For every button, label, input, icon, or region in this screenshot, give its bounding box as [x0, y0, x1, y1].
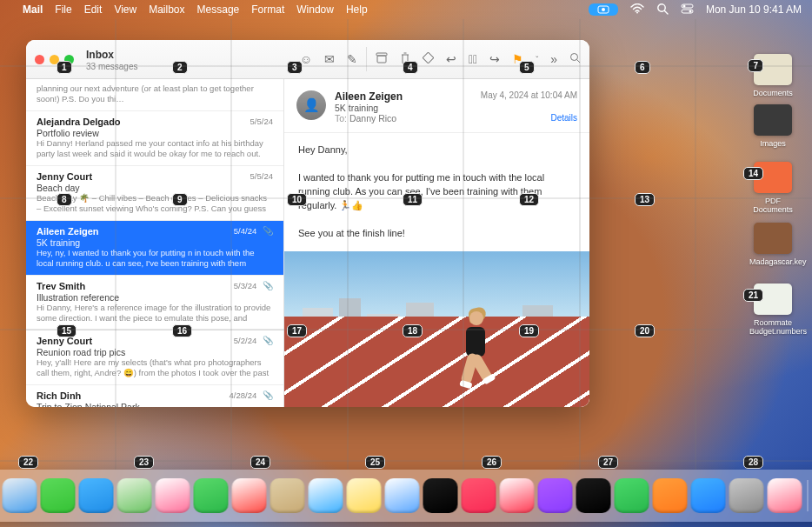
menu-file[interactable]: File [55, 3, 71, 16]
message-viewer: 👤 Aileen Zeigen 5K training To: Danny Ri… [284, 40, 589, 407]
trash-icon[interactable] [400, 52, 410, 67]
dock-app-stocks[interactable] [576, 478, 611, 513]
message-row[interactable]: Rich Dinh4/28/24 📎Trip to Zion National … [26, 385, 283, 407]
svg-line-13 [577, 60, 581, 63]
msg-sender: Aileen Zeigen [37, 226, 99, 237]
msg-date: 5/5/24 [250, 117, 273, 127]
menubar-app-name[interactable]: Mail [23, 3, 43, 16]
attachment-icon: 📎 [260, 281, 273, 290]
message-to: To: Danny Rico [335, 113, 472, 123]
msg-preview: Hi Danny, Here's a reference image for t… [37, 303, 273, 324]
message-row[interactable]: Aileen Zeigen5/4/24 📎5K trainingHey, ny,… [26, 221, 283, 276]
dock-app-settings[interactable] [729, 478, 764, 513]
junk-icon[interactable] [423, 52, 434, 66]
menu-help[interactable]: Help [346, 3, 368, 16]
dock-app-numbers[interactable] [615, 478, 649, 513]
msg-subject: Beach day [37, 183, 273, 193]
window-zoom-button[interactable] [64, 55, 74, 64]
window-close-button[interactable] [35, 55, 44, 64]
msg-sender: Jenny Court [37, 336, 92, 346]
more-icon[interactable]: » [550, 52, 557, 66]
message-date: May 4, 2024 at 10:04 AM [481, 90, 577, 100]
menubar-clock[interactable]: Mon Jun 10 9:41 AM [706, 3, 802, 16]
msg-date: 5/4/24 📎 [234, 226, 273, 237]
desktop-item[interactable]: Madagascar.key [749, 223, 796, 266]
message-row[interactable]: planning our next adventure (or at least… [26, 78, 283, 111]
dock-app-tv[interactable] [423, 478, 458, 513]
menu-format[interactable]: Format [251, 3, 284, 16]
details-link[interactable]: Details [481, 113, 577, 123]
wifi-icon[interactable] [630, 3, 644, 17]
menubar: Mail File Edit View Mailbox Message Form… [0, 0, 812, 19]
dock-app-safari[interactable] [3, 478, 37, 513]
archive-icon[interactable] [376, 52, 388, 66]
msg-preview: Hey, y'all! Here are my selects (that's … [37, 357, 273, 378]
window-minimize-button[interactable] [50, 55, 59, 64]
svg-line-4 [664, 10, 668, 14]
dock-app-pages[interactable] [653, 478, 688, 513]
svg-point-12 [571, 54, 578, 61]
dock-app-photos[interactable] [156, 478, 190, 513]
desktop-item[interactable]: PDF Documents [749, 162, 796, 214]
attachment-icon: 📎 [260, 336, 273, 345]
msg-subject: Illustration reference [37, 292, 273, 303]
desktop-item-label: PDF Documents [749, 197, 796, 214]
desktop-item-label: Roommate Budget.numbers [749, 318, 796, 336]
dock-app-mail[interactable] [79, 478, 114, 513]
dock-app-reminders[interactable] [309, 478, 343, 513]
menu-mailbox[interactable]: Mailbox [149, 3, 184, 16]
msg-date: 5/5/24 [250, 171, 273, 182]
newmail-icon[interactable]: ✉ [324, 52, 335, 66]
screen-recording-indicator[interactable] [589, 3, 618, 16]
msg-preview: planning our next adventure (or at least… [37, 83, 273, 104]
attachment-icon: 📎 [260, 226, 273, 236]
search-icon[interactable] [656, 3, 669, 17]
toolbar-search-icon[interactable] [569, 52, 581, 66]
dock-app-facetime[interactable] [194, 478, 229, 513]
svg-point-8 [689, 10, 691, 12]
desktop-item[interactable]: Images [749, 104, 796, 148]
desktop-item[interactable]: Roommate Budget.numbers [749, 284, 796, 336]
desktop-item-label: Madagascar.key [749, 257, 796, 266]
dock-app-podcasts[interactable] [538, 478, 573, 513]
dock-app-maps[interactable] [117, 478, 152, 513]
flag-icon[interactable]: ⚑ [512, 52, 523, 66]
menu-window[interactable]: Window [296, 3, 334, 16]
dock-app-notes[interactable] [347, 478, 382, 513]
compose-icon[interactable]: ✎ [347, 52, 357, 66]
dock-app-news[interactable] [500, 478, 535, 513]
msg-preview: Hey, ny, I wanted to thank you for putti… [37, 248, 273, 269]
dock-app-messages[interactable] [41, 478, 76, 513]
message-list[interactable]: planning our next adventure (or at least… [26, 40, 284, 407]
svg-rect-11 [423, 52, 434, 63]
dock-app-appstore[interactable] [691, 478, 726, 513]
reply-icon[interactable]: ↩ [446, 52, 456, 66]
reply-all-icon[interactable]: ↩⃔ [469, 52, 477, 66]
svg-rect-10 [377, 56, 386, 63]
chevron-down-icon[interactable]: ˇ [536, 55, 538, 63]
menu-message[interactable]: Message [197, 3, 240, 16]
message-row[interactable]: Jenny Court5/5/24Beach dayBeach Day 🌴 – … [26, 166, 283, 221]
mail-window: Inbox 33 messages ☺ ✉ ✎ ↩ ↩⃔ ↪ ⚑ ˇ » [26, 40, 589, 407]
menu-view[interactable]: View [114, 3, 136, 16]
message-row[interactable]: Alejandra Delgado5/5/24Portfolio reviewH… [26, 111, 283, 166]
msg-sender: Rich Dinh [37, 390, 81, 401]
message-row[interactable]: Trev Smith5/3/24 📎Illustration reference… [26, 276, 283, 330]
dock-app-music[interactable] [462, 478, 496, 513]
forward-icon[interactable]: ↪ [489, 52, 500, 66]
dock-app-freeform[interactable] [385, 478, 420, 513]
svg-point-7 [682, 4, 685, 7]
message-row[interactable]: Jenny Court5/2/24 📎Reunion road trip pic… [26, 330, 283, 385]
dock-app-iphone-mirroring[interactable] [768, 478, 802, 513]
msg-sender: Jenny Court [37, 171, 92, 182]
dock-app-calendar[interactable] [232, 478, 267, 513]
desktop-item[interactable]: Documents [749, 54, 796, 97]
mute-icon[interactable]: ☺ [300, 52, 312, 66]
svg-point-3 [658, 3, 665, 10]
msg-subject: Trip to Zion National Park [37, 402, 273, 407]
msg-date: 4/28/24 📎 [230, 390, 273, 401]
control-center-icon[interactable] [681, 3, 694, 17]
message-from: Aileen Zeigen [335, 90, 472, 103]
menu-edit[interactable]: Edit [84, 3, 103, 16]
dock-app-contacts[interactable] [270, 478, 305, 513]
